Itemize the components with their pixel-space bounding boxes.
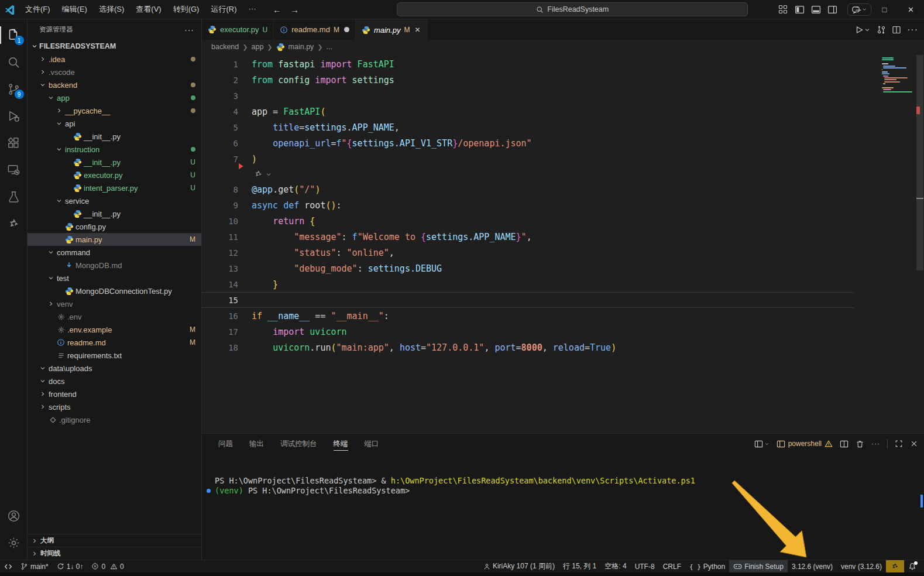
code-line-11[interactable]: 11 "message": f"Welcome to {settings.APP… [202,229,924,245]
sidebar-section-1[interactable]: 时间线 [28,547,201,560]
tree-item-__init__.py[interactable]: __init__.pyU [28,156,201,169]
maximize-button[interactable]: □ [871,0,898,19]
code-editor[interactable]: 1from fastapi import FastAPI2from config… [202,54,924,433]
code-line-5[interactable]: 5 title=settings.APP_NAME, [202,119,924,135]
tree-item-.idea[interactable]: .idea [28,53,201,66]
tree-item-docs[interactable]: docs [28,375,201,388]
explorer-more-icon[interactable]: ··· [184,25,194,35]
breadcrumb-item-backend[interactable]: backend [211,43,239,51]
editor-scrollbar[interactable] [916,54,924,433]
code-line-15[interactable]: 15 [202,292,924,308]
panel-tab-终端[interactable]: 终端 [334,434,348,454]
tree-item-main.py[interactable]: main.pyM [28,233,201,246]
code-line-2[interactable]: 2from config import settings [202,72,924,88]
tree-item-command[interactable]: command [28,246,201,259]
activity-settings-icon[interactable] [0,529,28,556]
tree-item-data-uploads[interactable]: data\uploads [28,362,201,375]
status-sync[interactable]: 1↓ 0↑ [53,560,88,573]
code-line-8[interactable]: 8@app.get("/") [202,181,924,197]
tree-item-requirements.txt[interactable]: requirements.txt [28,349,201,362]
code-line-4[interactable]: 4app = FastAPI( [202,104,924,119]
status-cursor-position[interactable]: 行 15, 列 1 [559,560,600,573]
tree-item-__init__.py[interactable]: __init__.py [28,130,201,143]
status-python-interpreter[interactable]: 3.12.6 (venv) [788,560,837,573]
activity-copilot-ext-icon[interactable] [0,210,28,237]
minimap[interactable] [882,57,913,93]
code-line-16[interactable]: 16if __name__ == "__main__": [202,308,924,324]
sidebar-section-0[interactable]: 大纲 [28,534,201,547]
panel-tab-调试控制台[interactable]: 调试控制台 [280,434,317,454]
tree-item-executor.py[interactable]: executor.pyU [28,169,201,181]
status-blame[interactable]: KiriAky 107 (1 周前) [479,560,559,573]
activity-accounts-icon[interactable] [0,502,28,529]
close-tab-icon[interactable]: ✕ [414,26,420,34]
copilot-pinwheel-icon[interactable] [253,169,263,179]
status-problems[interactable]: 00 [87,560,128,573]
maximize-panel-icon[interactable] [895,440,903,448]
code-line-13[interactable]: 13 "debug_mode": settings.DEBUG [202,260,924,276]
customize-layout-icon[interactable] [777,3,789,16]
code-line-17[interactable]: 17 import uvicorn [202,324,924,340]
tree-item-__pycache__[interactable]: __pycache__ [28,104,201,117]
tree-item-MongoDBConnectionTest.py[interactable]: MongoDBConnectionTest.py [28,284,201,297]
activity-extensions-icon[interactable] [0,129,28,156]
breadcrumb-item-main.py[interactable]: main.py [288,43,314,51]
menu-item-4[interactable]: 转到(G) [168,2,205,16]
status-gold-extension[interactable] [886,560,904,573]
activity-source-control-icon[interactable]: 9 [0,76,28,102]
tree-item-scripts[interactable]: scripts [28,400,201,413]
toggle-secondary-sidebar-icon[interactable] [826,3,839,16]
menu-item-2[interactable]: 选择(S) [94,2,129,16]
menu-item-more[interactable]: ··· [243,2,261,16]
chevron-down-icon[interactable] [265,171,272,178]
toggle-panel-icon[interactable] [809,3,822,16]
back-button[interactable]: ← [269,2,284,16]
menu-item-0[interactable]: 文件(F) [20,2,56,16]
terminal-instance-item[interactable]: powershell [777,440,833,448]
status-notifications[interactable] [904,560,920,573]
inline-suggestion-widget[interactable] [202,167,924,181]
activity-explorer-icon[interactable]: 1 [0,22,28,49]
tree-item-test[interactable]: test [28,272,201,284]
tree-item-readme.md[interactable]: readme.mdM [28,336,201,349]
tree-item-backend[interactable]: backend [28,78,201,91]
status-encoding[interactable]: UTF-8 [631,560,659,573]
tree-item-__init__.py[interactable]: __init__.py [28,207,201,220]
status-venv-indicator[interactable]: venv (3.12.6) [837,560,886,573]
toggle-primary-sidebar-icon[interactable] [793,3,806,16]
tree-item-instruction[interactable]: instruction [28,143,201,156]
panel-more-icon[interactable]: ··· [871,440,880,448]
status-language-mode[interactable]: { }Python [685,560,729,573]
tree-item-.gitignore[interactable]: .gitignore [28,413,201,426]
menu-item-3[interactable]: 查看(V) [130,2,166,16]
code-line-18[interactable]: 18 uvicorn.run("main:app", host="127.0.0… [202,340,924,355]
tree-item-intent_parser.py[interactable]: intent_parser.pyU [28,181,201,194]
workspace-root-row[interactable]: FILESREADSYSTEAM [28,40,201,53]
panel-tab-输出[interactable]: 输出 [249,434,264,454]
kill-terminal-icon[interactable] [856,440,864,448]
forward-button[interactable]: → [287,2,302,16]
close-button[interactable]: ✕ [898,0,924,19]
tree-item-frontend[interactable]: frontend [28,388,201,400]
command-decoration-dot[interactable] [207,489,211,493]
code-line-6[interactable]: 6 openapi_url=f"{settings.API_V1_STR}/op… [202,135,924,151]
breadcrumb-item-app[interactable]: app [251,43,263,51]
code-line-3[interactable]: 3 [202,88,924,104]
minimize-button[interactable]: ─ [845,0,871,19]
tree-item-.vscode[interactable]: .vscode [28,66,201,78]
tree-item-.env.example[interactable]: .env.exampleM [28,323,201,336]
tab-executor.py[interactable]: executor.pyU [202,19,274,40]
code-line-1[interactable]: 1from fastapi import FastAPI [202,56,924,72]
tab-main.py[interactable]: main.pyM✕ [356,19,427,40]
code-line-9[interactable]: 9async def root(): [202,197,924,213]
panel-tab-问题[interactable]: 问题 [218,434,233,454]
activity-search-icon[interactable] [0,49,28,76]
split-editor-icon[interactable] [892,25,901,35]
terminal-scrollbar[interactable] [920,495,923,508]
activity-run-debug-icon[interactable] [0,102,28,129]
panel-tab-端口[interactable]: 端口 [365,434,379,454]
status-branch[interactable]: main* [16,560,53,573]
terminal[interactable]: PS H:\OwnProject\FilesReadSysteam> & h:\… [202,454,924,560]
menu-item-5[interactable]: 运行(R) [205,2,242,16]
tree-item-MongoDB.md[interactable]: MongoDB.md [28,259,201,272]
